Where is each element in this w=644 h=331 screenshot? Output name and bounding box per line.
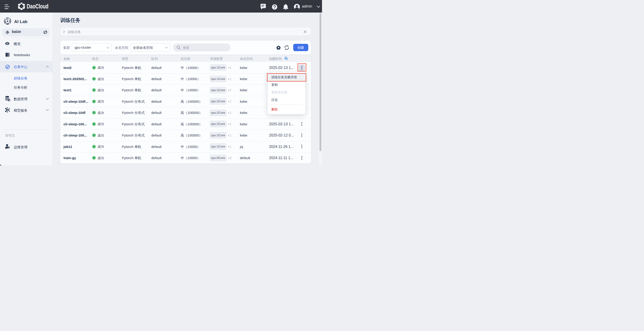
- svg-text:DaoCloud: DaoCloud: [27, 3, 48, 10]
